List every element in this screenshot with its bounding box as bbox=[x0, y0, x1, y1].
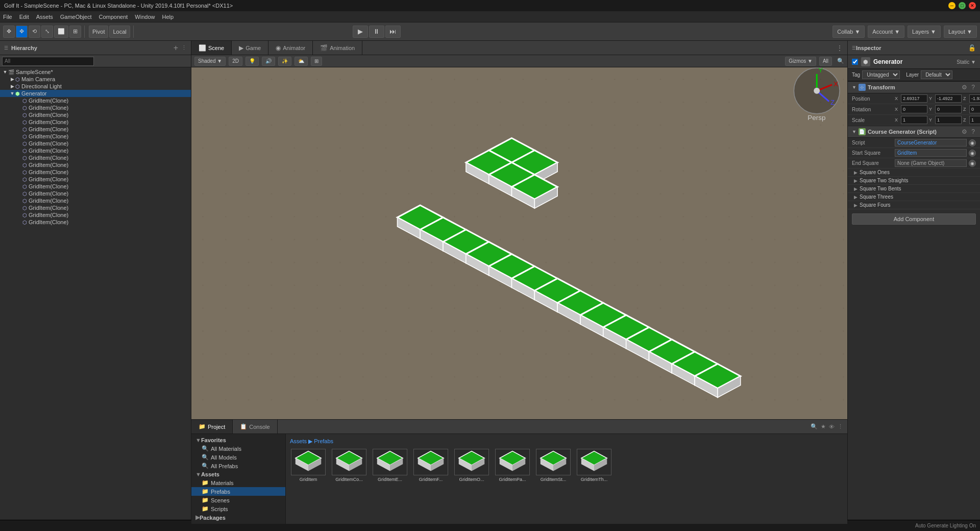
light-button[interactable]: 💡 bbox=[246, 57, 259, 66]
course-generator-header[interactable]: ▼ 📄 Course Generator (Script) ⚙ ? bbox=[848, 126, 980, 138]
obj-active-checkbox[interactable] bbox=[852, 59, 858, 65]
add-component-button[interactable]: Add Component bbox=[852, 213, 976, 225]
hierarchy-item-griditem6[interactable]: ⬡GridItem(Clone) bbox=[0, 133, 191, 140]
asset-item-griditemst[interactable]: GridItemSt... bbox=[535, 449, 572, 482]
project-item-favorites[interactable]: ▼ Favorites bbox=[191, 436, 285, 444]
move-tool[interactable]: ✥ bbox=[16, 26, 28, 38]
position-x-input[interactable] bbox=[901, 94, 927, 103]
asset-item-griditemo[interactable]: GridItemO... bbox=[453, 449, 490, 482]
project-item-all-prefabs[interactable]: 🔍All Prefabs bbox=[191, 462, 285, 470]
transform-component-header[interactable]: ▼ ⊹ Transform ⚙ ? bbox=[848, 81, 980, 93]
search-scene-icon[interactable]: 🔍 bbox=[837, 58, 844, 64]
hierarchy-search-input[interactable] bbox=[2, 57, 94, 66]
hierarchy-item-maincamera[interactable]: ▶⬡Main Camera bbox=[0, 76, 191, 83]
hierarchy-item-griditem15[interactable]: ⬡GridItem(Clone) bbox=[0, 197, 191, 204]
fx-button[interactable]: ✨ bbox=[278, 57, 291, 66]
square-fours-collapse[interactable]: ▶ Square Fours bbox=[848, 201, 980, 209]
play-button[interactable]: ▶ bbox=[353, 26, 368, 38]
layout-button[interactable]: Layout ▼ bbox=[944, 26, 977, 38]
project-item-prefabs[interactable]: 📁Prefabs bbox=[191, 487, 285, 496]
hierarchy-item-griditem10[interactable]: ⬡GridItem(Clone) bbox=[0, 161, 191, 168]
layer-select[interactable]: Default bbox=[921, 70, 952, 79]
menu-item-edit[interactable]: Edit bbox=[19, 14, 29, 20]
hierarchy-item-griditem2[interactable]: ⬡GridItem(Clone) bbox=[0, 104, 191, 111]
tab-animation[interactable]: 🎬 Animation bbox=[313, 41, 362, 55]
position-y-input[interactable] bbox=[935, 94, 962, 103]
scene-options-icon[interactable]: ⋮ bbox=[836, 44, 843, 52]
collab-button[interactable]: Collab ▼ bbox=[832, 26, 865, 38]
hierarchy-item-griditem16[interactable]: ⬡GridItem(Clone) bbox=[0, 204, 191, 211]
start-square-dot[interactable]: ◉ bbox=[969, 150, 976, 157]
hierarchy-item-generator[interactable]: ▼⬢Generator bbox=[0, 90, 191, 97]
hierarchy-item-griditem14[interactable]: ⬡GridItem(Clone) bbox=[0, 190, 191, 197]
square-threes-collapse[interactable]: ▶ Square Threes bbox=[848, 193, 980, 201]
project-item-scenes[interactable]: 📁Scenes bbox=[191, 496, 285, 504]
bottom-eye-icon[interactable]: 👁 bbox=[829, 424, 835, 430]
menu-item-assets[interactable]: Assets bbox=[36, 14, 53, 20]
obj-name-field[interactable]: Generator bbox=[873, 58, 953, 65]
hierarchy-item-griditem11[interactable]: ⬡GridItem(Clone) bbox=[0, 168, 191, 176]
end-square-dot[interactable]: ◉ bbox=[969, 160, 976, 167]
close-button[interactable]: ✕ bbox=[969, 2, 976, 9]
script-dot-button[interactable]: ◉ bbox=[969, 139, 976, 147]
menu-item-window[interactable]: Window bbox=[135, 14, 155, 20]
grid-button[interactable]: ⊞ bbox=[311, 57, 322, 66]
square-ones-collapse[interactable]: ▶ Square Ones bbox=[848, 168, 980, 177]
script-help-icon[interactable]: ? bbox=[970, 128, 976, 135]
rotate-tool[interactable]: ⟲ bbox=[29, 26, 40, 38]
project-item-all-models[interactable]: 🔍All Models bbox=[191, 453, 285, 462]
project-item-packages[interactable]: ▶ Packages bbox=[191, 513, 285, 522]
scale-tool[interactable]: ⤡ bbox=[41, 26, 53, 38]
gizmos-button[interactable]: Gizmos ▼ bbox=[785, 57, 816, 66]
hierarchy-item-samplescene[interactable]: ▼🎬SampleScene* bbox=[0, 68, 191, 76]
hierarchy-item-directionallight[interactable]: ▶⬡Directional Light bbox=[0, 83, 191, 90]
step-button[interactable]: ⏭ bbox=[385, 26, 401, 38]
all-button[interactable]: All bbox=[819, 57, 832, 66]
asset-item-griditem[interactable]: GridItem bbox=[290, 449, 327, 482]
rect-tool[interactable]: ⬜ bbox=[54, 26, 68, 38]
transform-settings-icon[interactable]: ⚙ bbox=[961, 84, 968, 91]
hierarchy-item-griditem5[interactable]: ⬡GridItem(Clone) bbox=[0, 126, 191, 133]
scale-x-input[interactable] bbox=[901, 116, 927, 124]
square-two-straights-collapse[interactable]: ▶ Square Two Straights bbox=[848, 177, 980, 185]
square-two-bents-collapse[interactable]: ▶ Square Two Bents bbox=[848, 185, 980, 193]
menu-item-file[interactable]: File bbox=[3, 14, 12, 20]
2d-button[interactable]: 2D bbox=[229, 57, 242, 66]
asset-item-griditempa[interactable]: GridItemPa... bbox=[494, 449, 531, 482]
hierarchy-item-griditem7[interactable]: ⬡GridItem(Clone) bbox=[0, 140, 191, 147]
rotation-y-input[interactable] bbox=[935, 105, 962, 113]
hierarchy-item-griditem12[interactable]: ⬡GridItem(Clone) bbox=[0, 176, 191, 183]
hierarchy-item-griditem4[interactable]: ⬡GridItem(Clone) bbox=[0, 118, 191, 126]
asset-item-griditemth[interactable]: GridItemTh... bbox=[576, 449, 612, 482]
asset-item-griditemf[interactable]: GridItemF... bbox=[412, 449, 449, 482]
breadcrumb-prefabs[interactable]: Prefabs bbox=[314, 438, 333, 444]
menu-item-gameobject[interactable]: GameObject bbox=[60, 14, 92, 20]
menu-item-component[interactable]: Component bbox=[99, 14, 128, 20]
inspector-lock-icon[interactable]: 🔓 bbox=[968, 44, 976, 52]
tab-game[interactable]: ▶ Game bbox=[232, 41, 268, 55]
rotation-z-input[interactable] bbox=[969, 105, 980, 113]
obj-static-label[interactable]: Static ▼ bbox=[957, 59, 976, 65]
hand-tool[interactable]: ✥ bbox=[3, 26, 15, 38]
bottom-options[interactable]: ⋮ bbox=[838, 423, 843, 430]
scale-z-input[interactable] bbox=[969, 116, 980, 124]
shaded-button[interactable]: Shaded ▼ bbox=[194, 57, 226, 66]
asset-item-griditeme[interactable]: GridItemE... bbox=[372, 449, 408, 482]
minimize-button[interactable]: ─ bbox=[948, 2, 955, 9]
hierarchy-item-griditem3[interactable]: ⬡GridItem(Clone) bbox=[0, 111, 191, 118]
pause-button[interactable]: ⏸ bbox=[369, 26, 384, 38]
hierarchy-add[interactable]: + bbox=[174, 43, 178, 53]
script-settings-icon[interactable]: ⚙ bbox=[961, 128, 968, 135]
breadcrumb-assets[interactable]: Assets bbox=[290, 438, 307, 444]
project-item-scripts[interactable]: 📁Scripts bbox=[191, 504, 285, 513]
end-square-input[interactable] bbox=[895, 159, 967, 167]
rotation-x-input[interactable] bbox=[901, 105, 927, 113]
scale-y-input[interactable] bbox=[935, 116, 962, 124]
maximize-button[interactable]: □ bbox=[959, 2, 966, 9]
tab-animator[interactable]: ◉ Animator bbox=[268, 41, 313, 55]
hierarchy-item-griditem13[interactable]: ⬡GridItem(Clone) bbox=[0, 183, 191, 190]
project-item-assets[interactable]: ▼ Assets bbox=[191, 470, 285, 478]
skybox-button[interactable]: ⛅ bbox=[295, 57, 308, 66]
asset-item-griditemco[interactable]: GridItemCo... bbox=[331, 449, 368, 482]
hierarchy-item-griditem8[interactable]: ⬡GridItem(Clone) bbox=[0, 147, 191, 154]
